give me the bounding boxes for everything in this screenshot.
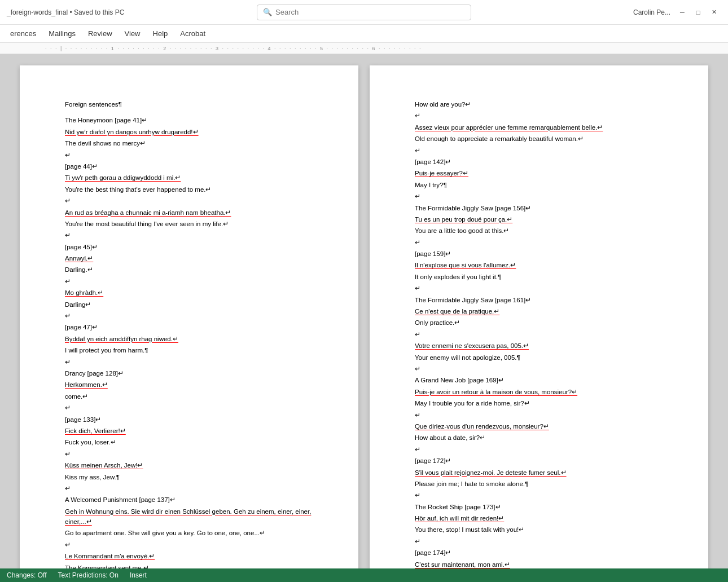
document-title: _foreign-words_final • Saved to this PC (7, 8, 124, 16)
list-item: ↵ (65, 483, 313, 493)
list-item: Hör auf, ich will mit dir reden!↵ (415, 513, 663, 523)
list-item: The Honeymoon [page 41]↵ (65, 115, 313, 125)
page-2: How old are you?↵ ↵ Assez vieux pour app… (370, 65, 708, 582)
list-item: Assez vieux pour apprécier une femme rem… (415, 122, 663, 133)
list-item: It only explodes if you light it.¶ (415, 272, 663, 282)
menu-view[interactable]: View (119, 27, 146, 40)
list-item: Puis-je essayer?↵ (415, 168, 663, 178)
list-item: How about a date, sir?↵ (415, 433, 663, 443)
list-item: [page 159]↵ (415, 249, 663, 259)
list-item: [page 174]↵ (415, 548, 663, 558)
menu-references[interactable]: erences (5, 27, 42, 40)
list-item: ↵ (415, 283, 663, 293)
list-item: ↵ (415, 536, 663, 546)
mode-status: Insert (130, 571, 147, 579)
list-item: Tu es un peu trop doué pour ça.↵ (415, 214, 663, 224)
list-item: [page 45]↵ (65, 242, 313, 252)
list-item: ↵ (415, 237, 663, 248)
list-item: How old are you?↵ (415, 99, 663, 109)
list-item: ↵ (65, 449, 313, 459)
menu-review[interactable]: Review (82, 27, 118, 40)
list-item: S'il vous plait rejoignez-moi. Je detest… (415, 468, 663, 478)
list-item: Old enough to appreciate a remarkably be… (415, 134, 663, 144)
list-item: [page 172]↵ (415, 456, 663, 466)
list-item: You're the best thing that's ever happen… (65, 184, 313, 195)
list-item: Votre ennemi ne s'excusera pas, 005.↵ (415, 341, 663, 351)
menu-mailings[interactable]: Mailings (43, 27, 81, 40)
list-item: Only practice.↵ (415, 318, 663, 328)
list-item: [page 133]↵ (65, 415, 313, 425)
list-item: ↵ (415, 146, 663, 156)
list-item: Que diriez-vous d'un rendezvous, monsieu… (415, 421, 663, 431)
list-item: come.↵ (65, 391, 313, 402)
list-item: The Rocket Ship [page 173]↵ (415, 502, 663, 512)
list-item: Ti yw'r peth gorau a ddigwyddodd i mi.↵ (65, 173, 313, 183)
list-item: Darling.↵ (65, 264, 313, 275)
list-item: Annwyl.↵ (65, 253, 313, 263)
text-predictions-status: Text Predictions: On (58, 571, 119, 579)
list-item: [page 142]↵ (415, 157, 663, 167)
ruler-content: · · · | · · · · · · · · · 1 · · · · · · … (45, 46, 422, 51)
list-item: The Formidable Jiggly Saw [page 156]↵ (415, 203, 663, 213)
list-item: Puis-je avoir un retour à la maison de v… (415, 387, 663, 397)
list-item: Go to apartment one. She will give you a… (65, 528, 313, 538)
list-item: Your enemy will not apologize, 005.¶ (415, 352, 663, 363)
list-item: A Grand New Job [page 169]↵ (415, 375, 663, 385)
list-item: Darling↵ (65, 299, 313, 310)
list-item: ↵ (415, 329, 663, 340)
list-item: ↵ (65, 403, 313, 413)
menu-bar: erences Mailings Review View Help Acroba… (0, 25, 728, 43)
list-item: Le Kommandant m'a envoyé.↵ (65, 551, 313, 561)
list-item: May I trouble you for a ride home, sir?↵ (415, 398, 663, 408)
list-item: ↵ (415, 490, 663, 500)
list-item: You are a little too good at this.↵ (415, 226, 663, 236)
minimize-button[interactable]: ─ (675, 5, 690, 20)
list-item: ↵ (415, 191, 663, 201)
list-item: ↵ (415, 410, 663, 420)
list-item: Herkommen.↵ (65, 380, 313, 390)
list-item: Il n'explose que si vous l'allumez.↵ (415, 260, 663, 270)
list-item: ↵ (415, 364, 663, 374)
user-name: Carolin Pe... (633, 8, 670, 16)
list-item: Please join me; I hate to smoke alone.¶ (415, 479, 663, 489)
list-item: Byddaf yn eich amddiffyn rhag niwed.↵ (65, 334, 313, 344)
search-input[interactable] (275, 8, 465, 16)
list-item: Ce n'est que de la pratique.↵ (415, 306, 663, 316)
list-item: An rud as bréagha a chunnaic mi a-riamh … (65, 208, 313, 218)
list-item: I will protect you from harm.¶ (65, 345, 313, 355)
list-item: Fick dich, Verlierer!↵ (65, 426, 313, 436)
menu-help[interactable]: Help (147, 27, 174, 40)
list-item: ↵ (415, 444, 663, 455)
list-item: Geh in Wohnung eins. Sie wird dir einen … (65, 506, 313, 527)
changes-status: Changes: Off (7, 571, 47, 579)
section-honeymoon: The Honeymoon [page 41]↵ Nid yw'r diafol… (65, 115, 313, 582)
menu-acrobat[interactable]: Acrobat (174, 27, 211, 40)
list-item: [page 47]↵ (65, 322, 313, 332)
list-item: ↵ (65, 196, 313, 206)
list-item: ↵ (415, 111, 663, 121)
list-item: ↵ (65, 230, 313, 240)
close-button[interactable]: ✕ (707, 5, 721, 20)
list-item: ↵ (65, 311, 313, 321)
list-item: You there, stop! I must talk with you!↵ (415, 524, 663, 535)
list-item: May I try?¶ (415, 180, 663, 190)
list-item: Kiss my ass, Jew.¶ (65, 472, 313, 482)
window-controls: ─ □ ✕ (675, 5, 721, 20)
document-area: Foreign sentences¶ The Honeymoon [page 4… (0, 54, 728, 582)
list-item: Mo ghràdh.↵ (65, 288, 313, 298)
list-item: Küss meinen Arsch, Jew!↵ (65, 460, 313, 470)
list-item: Drancy [page 128]↵ (65, 368, 313, 378)
list-item: ↵ (65, 150, 313, 160)
list-item: You're the most beautiful thing I've eve… (65, 219, 313, 229)
list-item: ↵ (65, 276, 313, 286)
list-item: The devil shows no mercy↵ (65, 138, 313, 148)
search-box[interactable]: 🔍 (257, 5, 471, 20)
list-item: The Formidable Jiggly Saw [page 161]↵ (415, 295, 663, 305)
list-item: ↵ (65, 357, 313, 367)
list-item: A Welcomed Punishment [page 137]↵ (65, 495, 313, 505)
ruler: · · · | · · · · · · · · · 1 · · · · · · … (0, 43, 728, 54)
maximize-button[interactable]: □ (691, 5, 705, 20)
status-bar: Changes: Off Text Predictions: On Insert (0, 568, 728, 582)
title-bar: _foreign-words_final • Saved to this PC … (0, 0, 728, 25)
list-item: ↵ (65, 540, 313, 550)
